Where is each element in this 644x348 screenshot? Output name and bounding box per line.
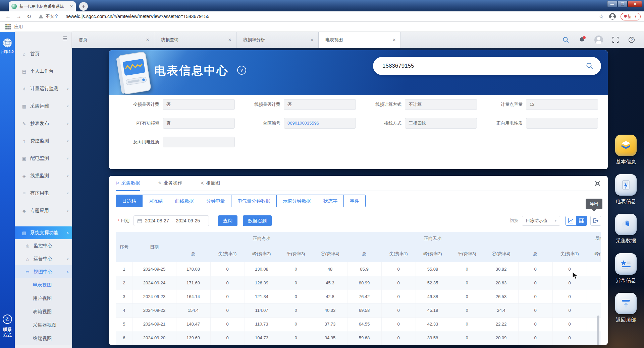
window-restore-button[interactable]: ❐ — [618, 1, 628, 7]
table-scrollbar[interactable] — [597, 316, 599, 345]
data-tab-曲线数据[interactable]: 曲线数据 — [169, 195, 200, 207]
cell-value: 34.95 — [313, 331, 347, 345]
notification-bell-icon[interactable] — [578, 36, 586, 44]
contact-line1: 联系 — [0, 327, 15, 332]
apps-grid-icon[interactable] — [5, 24, 11, 29]
sidebar-item-费控监测[interactable]: ¥费控监测∨ — [15, 132, 72, 150]
table-row[interactable]: 12024-09-25178.080130.0804885.9055.08030… — [116, 262, 601, 276]
sidebar-item-专题应用[interactable]: ◆专题应用∨ — [15, 202, 72, 219]
reload-icon[interactable]: ↻ — [27, 13, 31, 20]
browser-tab[interactable]: 新一代用电信息采集系统 ✕ — [9, 1, 76, 11]
security-chip[interactable]: 不安全 — [39, 13, 65, 19]
query-button[interactable]: 查询 — [218, 215, 237, 226]
window-minimize-button[interactable]: — — [607, 1, 617, 7]
page-tab-线损率分析[interactable]: 线损率分析✕ — [236, 32, 319, 48]
sidebar-collapse-icon[interactable]: ☰ — [63, 36, 67, 42]
apps-label[interactable]: 应用 — [14, 24, 23, 30]
page-tab-线损查询[interactable]: 线损查询✕ — [154, 32, 236, 48]
field-value-线损是否计费[interactable]: 否 — [284, 99, 356, 110]
field-value-台区编号[interactable]: 0690100035596 — [284, 118, 356, 129]
rail-item-电表信息[interactable]: 电表信息 — [612, 174, 639, 205]
sidebar-item-表箱视图[interactable]: 表箱视图 — [15, 305, 72, 319]
bookmark-star-icon[interactable]: ☆ — [599, 13, 604, 20]
close-icon[interactable]: ✕ — [310, 38, 314, 42]
window-close-button[interactable]: ✕ — [628, 1, 642, 7]
page-tab-电表视图[interactable]: 电表视图✕ — [319, 32, 401, 48]
help-icon[interactable]: ? — [628, 36, 635, 44]
sidebar-item-运营中心[interactable]: △运营中心∨ — [15, 252, 72, 265]
sidebar-item-视图中心[interactable]: ▭视图中心∧ — [15, 265, 72, 278]
field-value-线损计算方式[interactable]: 不计算 — [405, 99, 477, 110]
search-icon[interactable] — [562, 36, 570, 44]
browser-profile-icon[interactable] — [609, 13, 616, 20]
field-value-接线方式[interactable]: 三相四线 — [405, 118, 477, 129]
data-recall-button[interactable]: 数据召测 — [243, 215, 272, 226]
sidebar-item-用户视图[interactable]: 用户视图 — [15, 292, 72, 305]
panel-expand-icon[interactable] — [595, 181, 600, 186]
tab-采集数据[interactable]: ⚐采集数据 — [116, 176, 140, 191]
page-tab-首页[interactable]: 首页✕ — [72, 32, 154, 48]
display-mode-select[interactable]: 日冻结示值 ▼ — [522, 216, 560, 226]
sidebar-item-首页[interactable]: ⌂首页 — [15, 45, 72, 63]
table-row[interactable]: 22024-09-24171.690126.39045.380.99052.35… — [116, 276, 601, 290]
field-value-反向用电性质[interactable] — [163, 137, 235, 147]
cell-index: 6 — [116, 331, 132, 345]
table-row[interactable]: 42024-09-22154.40114.07040.3369.58045.18… — [116, 303, 601, 317]
table-view-button[interactable] — [576, 216, 587, 226]
column-header: 尖(费率1) — [210, 245, 245, 262]
table-row[interactable]: 52024-09-21148.470110.73037.7364.55042.3… — [116, 317, 601, 331]
user-avatar[interactable] — [594, 36, 603, 44]
data-tab-状态字[interactable]: 状态字 — [317, 195, 344, 207]
sidebar-item-有序用电[interactable]: ♒有序用电∨ — [15, 185, 72, 202]
field-value-正向用电性质[interactable] — [526, 118, 598, 129]
data-tab-分钟电量[interactable]: 分钟电量 — [200, 195, 231, 207]
tab-业务操作[interactable]: ✎业务操作 — [158, 176, 182, 191]
search-submit-icon[interactable] — [586, 62, 594, 70]
data-tab-月冻结[interactable]: 月冻结 — [143, 195, 169, 207]
title-chevron-down-icon[interactable]: ∨ — [237, 66, 246, 75]
data-tab-电气量分钟数据[interactable]: 电气量分钟数据 — [231, 195, 277, 207]
sidebar-item-线损监测[interactable]: ◈线损监测∨ — [15, 167, 72, 185]
data-tab-示值分钟数据[interactable]: 示值分钟数据 — [277, 195, 317, 207]
sidebar-item-抄表发布[interactable]: ✎抄表发布∨ — [15, 115, 72, 132]
close-icon[interactable]: ✕ — [146, 38, 149, 42]
date-range-picker[interactable]: 2024-08-27 - 2024-09-25 — [133, 215, 209, 226]
rail-item-采集数据[interactable]: 采集数据 — [612, 214, 639, 244]
sidebar-item-计量运行监测[interactable]: ✳计量运行监测∨ — [15, 80, 72, 97]
field-value-计量点容量[interactable]: 13 — [526, 99, 598, 110]
export-button[interactable] — [590, 216, 601, 226]
rail-item-label: 基本信息 — [612, 159, 639, 165]
field-value-变损是否计费[interactable]: 否 — [163, 99, 235, 110]
data-tab-日冻结[interactable]: 日冻结 — [116, 195, 143, 207]
close-icon[interactable]: ✕ — [228, 38, 231, 42]
new-tab-button[interactable]: + — [79, 2, 88, 11]
sidebar-item-配电监测[interactable]: ▣配电监测∨ — [15, 150, 72, 167]
close-icon[interactable]: ✕ — [392, 38, 396, 42]
sidebar-item-采集器视图[interactable]: 采集器视图 — [15, 319, 72, 332]
table-row[interactable]: 62024-09-20139.690104.73034.9559.68039.5… — [116, 331, 601, 345]
back-icon[interactable]: ← — [5, 13, 11, 19]
rail-item-异常信息[interactable]: 异常信息 — [612, 253, 639, 284]
browser-tab-close-icon[interactable]: ✕ — [70, 4, 73, 9]
sidebar-item-监控中心[interactable]: ◎监控中心 — [15, 239, 72, 252]
section-tab-label: 业务操作 — [164, 180, 182, 186]
asset-search-input[interactable] — [382, 63, 586, 69]
tab-相量图[interactable]: ∢相量图 — [201, 176, 220, 191]
forward-icon[interactable]: → — [16, 13, 21, 19]
browser-menu-icon[interactable]: ⋮ — [634, 14, 638, 19]
chart-view-button[interactable] — [566, 216, 576, 226]
fullscreen-icon[interactable] — [612, 36, 619, 44]
table-row[interactable]: 32024-09-23164.140121.34042.876.42049.88… — [116, 290, 601, 303]
sidebar-item-电表视图[interactable]: 电表视图 — [15, 278, 72, 292]
sidebar-item-采集运维[interactable]: ▦采集运维∨ — [15, 97, 72, 115]
data-tab-事件[interactable]: 事件 — [344, 195, 366, 207]
browser-update-button[interactable]: 更新 ⋮ — [621, 13, 641, 20]
sidebar-item-系统支撑功能[interactable]: ▥系统支撑功能∧ — [15, 226, 72, 239]
rail-item-基本信息[interactable]: 基本信息 — [612, 135, 639, 165]
sidebar-item-终端视图[interactable]: 终端视图 — [15, 332, 72, 345]
field-value-PT有功损耗[interactable]: 否 — [163, 118, 235, 129]
contact-button[interactable]: ✆ 联系 方式 — [0, 315, 15, 338]
rail-item-返回顶部[interactable]: 返回顶部 — [612, 293, 639, 323]
url-text[interactable]: neweic.js.sgcc.com.cn/#/amteview/meterVi… — [65, 14, 209, 19]
sidebar-item-个人工作台[interactable]: ▤个人工作台 — [15, 63, 72, 80]
